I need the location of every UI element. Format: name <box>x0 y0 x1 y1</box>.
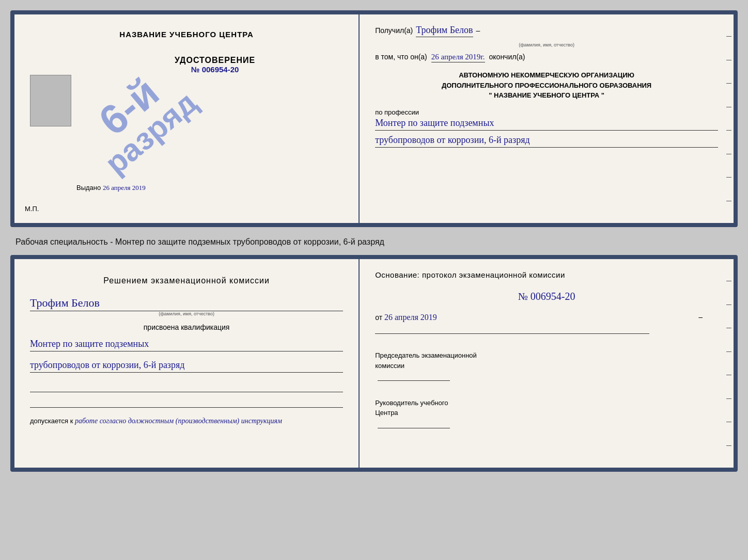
profession-line1: Монтер по защите подземных <box>375 118 718 131</box>
right-line <box>726 445 731 446</box>
predsedatel-block: Председатель экзаменационной комиссии <box>375 350 718 384</box>
okonchil-label: окончил(а) <box>489 53 525 61</box>
predsedatel-line1: Председатель экзаменационной <box>375 350 718 361</box>
udostoverenie-number: № 006954-20 <box>76 65 353 74</box>
right-edge-lines <box>724 14 734 223</box>
poluchil-label: Получил(а) <box>375 26 413 35</box>
right-line <box>726 130 731 131</box>
bottom-qual-line2: трубопроводов от коррозии, 6-й разряд <box>30 360 343 373</box>
profession-block: по профессии Монтер по защите подземных … <box>375 108 718 148</box>
bottom-qual-line1: Монтер по защите подземных <box>30 339 343 351</box>
vydano-block: Выдано 26 апреля 2019 <box>76 184 146 192</box>
rukovoditel-block: Руководитель учебного Центра <box>375 398 718 431</box>
right-line <box>726 201 731 201</box>
right-line <box>726 107 731 107</box>
right-line <box>726 398 731 399</box>
vtom-label: в том, что он(а) <box>375 53 427 61</box>
empty-line <box>30 397 343 408</box>
org-line3: " НАЗВАНИЕ УЧЕБНОГО ЦЕНТРА " <box>375 90 718 101</box>
bottom-cert-right: Основание: протокол экзаменационной коми… <box>360 259 734 468</box>
rukovoditel-line2: Центра <box>375 408 718 418</box>
predsedatel-sign-line <box>378 371 450 381</box>
udostoverenie-block: УДОСТОВЕРЕНИЕ № 006954-20 <box>76 56 353 74</box>
bottom-right-number: № 006954-20 <box>375 291 718 302</box>
stamp-line2: разряд <box>99 85 204 181</box>
empty-line <box>30 382 343 392</box>
mp-block: М.П. <box>25 205 39 213</box>
osnovanie-title: Основание: протокол экзаменационной коми… <box>375 269 718 280</box>
dopuskaetsya-block: допускается к работе согласно должностны… <box>30 417 343 425</box>
page-container: НАЗВАНИЕ УЧЕБНОГО ЦЕНТРА 6-й разряд УДОС… <box>10 10 738 472</box>
predsedatel-line2: комиссии <box>375 361 718 371</box>
right-line <box>726 60 731 60</box>
rukovoditel-line1: Руководитель учебного <box>375 398 718 408</box>
right-line <box>726 83 731 84</box>
poluchil-row: Получил(а) Трофим Белов – <box>375 25 718 37</box>
vydano-date: 26 апреля 2019 <box>103 184 146 191</box>
ot-date: 26 апреля 2019 <box>384 313 437 322</box>
vtom-date: 26 апреля 2019г. <box>431 53 485 62</box>
bottom-certificate: Решением экзаменационной комиссии Трофим… <box>10 255 738 472</box>
org-line1: АВТОНОМНУЮ НЕКОММЕРЧЕСКУЮ ОРГАНИЗАЦИЮ <box>375 70 718 81</box>
separator <box>375 333 649 334</box>
right-line <box>726 375 731 375</box>
profession-line2: трубопроводов от коррозии, 6-й разряд <box>375 135 718 148</box>
right-side-lines <box>724 259 734 468</box>
right-line <box>726 351 731 352</box>
udostoverenie-title: УДОСТОВЕРЕНИЕ <box>76 56 353 65</box>
school-name-top: НАЗВАНИЕ УЧЕБНОГО ЦЕНТРА <box>119 30 254 39</box>
recipient-caption: (фамилия, имя, отчество) <box>375 42 718 47</box>
bottom-name-block: Трофим Белов (фамилия, имя, отчество) <box>30 296 343 316</box>
dopusk-text: работе согласно должностным (производств… <box>75 417 282 425</box>
right-line <box>726 422 731 422</box>
right-line <box>726 305 731 305</box>
recipient-name: Трофим Белов <box>416 25 473 37</box>
right-line <box>726 154 731 154</box>
bottom-name-caption: (фамилия, имя, отчество) <box>30 311 343 316</box>
between-text: Рабочая специальность - Монтер по защите… <box>10 233 738 249</box>
right-line <box>726 36 731 37</box>
prisvoyena-text: присвоена квалификация <box>30 323 343 331</box>
bottom-cert-left: Решением экзаменационной комиссии Трофим… <box>14 259 360 468</box>
right-line <box>726 281 731 281</box>
org-line2: ДОПОЛНИТЕЛЬНОГО ПРОФЕССИОНАЛЬНОГО ОБРАЗО… <box>375 81 718 91</box>
vtom-row: в том, что он(а) 26 апреля 2019г. окончи… <box>375 53 718 62</box>
ot-label: от <box>375 313 382 322</box>
bottom-empty-lines <box>30 382 343 408</box>
top-cert-right: Получил(а) Трофим Белов – (фамилия, имя,… <box>360 14 734 223</box>
dopuskaetsya-label: допускается к <box>30 417 73 425</box>
org-block: АВТОНОМНУЮ НЕКОММЕРЧЕСКУЮ ОРГАНИЗАЦИЮ ДО… <box>375 70 718 101</box>
right-line <box>726 177 731 178</box>
top-certificate: НАЗВАНИЕ УЧЕБНОГО ЦЕНТРА 6-й разряд УДОС… <box>10 10 738 227</box>
top-cert-left: НАЗВАНИЕ УЧЕБНОГО ЦЕНТРА 6-й разряд УДОС… <box>14 14 360 223</box>
bottom-right-date: от 26 апреля 2019 – <box>375 313 718 322</box>
dash: – <box>476 26 480 35</box>
bottom-name-handwritten: Трофим Белов <box>30 296 343 311</box>
rukovoditel-sign-line <box>378 418 450 428</box>
resheniyem-title: Решением экзаменационной комиссии <box>30 275 343 287</box>
vydano-label: Выдано <box>76 184 101 191</box>
po-professii-label: по профессии <box>375 108 419 116</box>
stamp-line1: 6-й <box>91 69 168 144</box>
photo-placeholder <box>30 75 71 126</box>
right-line <box>726 328 731 328</box>
